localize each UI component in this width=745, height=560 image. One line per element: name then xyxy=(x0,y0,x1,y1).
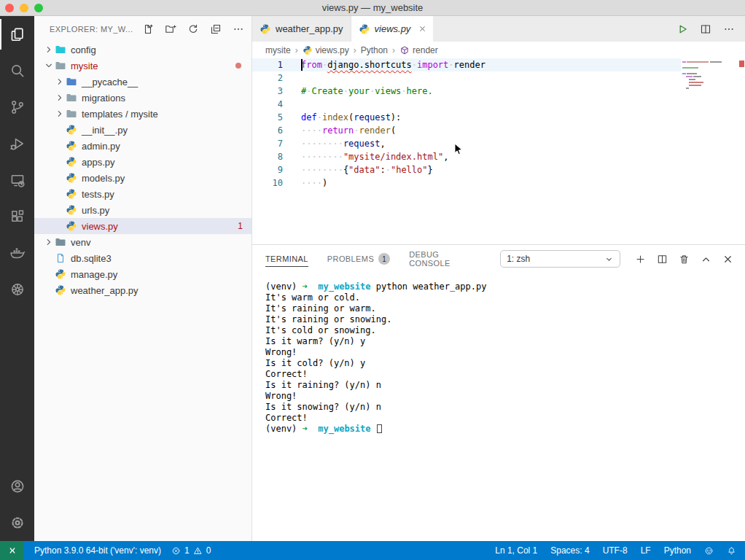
split-terminal-button[interactable] xyxy=(657,254,668,265)
kubernetes-icon[interactable] xyxy=(0,271,34,308)
tree-item-admin.py[interactable]: admin.py xyxy=(34,138,251,154)
maximize-panel-button[interactable] xyxy=(701,254,711,265)
code-line-4[interactable]: 4 xyxy=(252,98,745,111)
tree-item-weather_app.py[interactable]: weather_app.py xyxy=(34,282,251,298)
window-title: views.py — my_website xyxy=(322,2,424,13)
tree-item-label: tests.py xyxy=(82,189,114,200)
code-line-3[interactable]: 3#·Create·your·views·here. xyxy=(252,85,745,98)
tree-item-views.py[interactable]: views.py1 xyxy=(34,218,251,234)
close-panel-button[interactable] xyxy=(722,254,733,265)
code-line-10[interactable]: 10····) xyxy=(252,176,745,190)
run-python-file-button[interactable] xyxy=(676,23,688,35)
tree-item-apps.py[interactable]: apps.py xyxy=(34,154,251,170)
run-debug-icon[interactable] xyxy=(0,125,34,162)
status-item-notifications[interactable] xyxy=(727,546,736,556)
tree-item-__pycache__[interactable]: __pycache__ xyxy=(34,74,251,90)
tree-item-db.sqlite3[interactable]: db.sqlite3 xyxy=(34,250,251,266)
source-control-icon[interactable] xyxy=(0,89,34,125)
chevron-right-icon xyxy=(54,77,66,87)
code-line-8[interactable]: 8········"mysite/index.html", xyxy=(252,150,745,163)
line-number: 4 xyxy=(252,98,301,111)
account-icon[interactable] xyxy=(0,468,34,505)
code-line-7[interactable]: 7········request, xyxy=(252,137,745,150)
terminal-line: Wrong! xyxy=(265,347,745,358)
sidebar-header: EXPLORER: MY_W... xyxy=(34,16,251,42)
new-folder-button[interactable] xyxy=(165,23,176,35)
status-item-encoding[interactable]: UTF-8 xyxy=(603,545,628,556)
status-item-indentation[interactable]: Spaces: 4 xyxy=(550,545,589,556)
tab-label: weather_app.py xyxy=(276,23,343,34)
tree-item-config[interactable]: config xyxy=(34,42,251,58)
code-line-2[interactable]: 2 xyxy=(252,71,745,85)
terminal-shell-select[interactable]: 1: zsh xyxy=(500,250,620,268)
close-window-button[interactable] xyxy=(5,4,14,12)
folder-icon xyxy=(66,108,77,120)
tree-item-venv[interactable]: venv xyxy=(34,234,251,250)
breadcrumb-views.py[interactable]: views.py xyxy=(303,45,349,55)
refresh-button[interactable] xyxy=(187,23,199,35)
tree-item-tests.py[interactable]: tests.py xyxy=(34,186,251,202)
kill-terminal-button[interactable] xyxy=(679,254,690,265)
tree-item-label: manage.py xyxy=(71,269,117,280)
collapse-all-button[interactable] xyxy=(210,23,222,35)
feedback-icon xyxy=(704,546,714,556)
status-bar-right: Ln 1, Col 1Spaces: 4UTF-8LFPython xyxy=(495,545,745,556)
more-button[interactable] xyxy=(233,23,244,35)
tree-item-templates-mysite[interactable]: templates / mysite xyxy=(34,106,251,122)
code-line-1[interactable]: 1from·django.shortcuts·import·render xyxy=(252,58,745,71)
extensions-icon[interactable] xyxy=(0,198,34,235)
text-cursor xyxy=(301,59,303,71)
breadcrumb-mysite[interactable]: mysite xyxy=(265,45,291,55)
new-file-button[interactable] xyxy=(142,23,154,35)
new-terminal-button[interactable] xyxy=(635,254,646,265)
tree-item-mysite[interactable]: mysite xyxy=(34,58,251,74)
search-icon[interactable] xyxy=(0,52,34,89)
zoom-window-button[interactable] xyxy=(34,4,43,12)
tree-item-migrations[interactable]: migrations xyxy=(34,90,251,106)
minimap[interactable] xyxy=(682,60,736,104)
code-line-5[interactable]: 5def·index(request): xyxy=(252,111,745,124)
symbol-method-icon xyxy=(399,45,410,55)
tab-weather_app.py[interactable]: weather_app.py xyxy=(252,16,351,42)
explorer-icon[interactable] xyxy=(0,16,34,52)
tree-item-label: __init__.py xyxy=(82,125,128,136)
chevron-right-icon xyxy=(43,237,55,247)
problems-summary[interactable]: 10 xyxy=(171,545,211,556)
problems-count-badge: 1 xyxy=(238,221,243,231)
folder-icon xyxy=(66,92,77,104)
tree-item-models.py[interactable]: models.py xyxy=(34,170,251,186)
terminal-line: (venv) ➜ my_website xyxy=(265,424,745,435)
breadcrumb-render[interactable]: render xyxy=(399,45,438,55)
close-tab-icon[interactable] xyxy=(419,26,426,32)
python-file-icon xyxy=(66,188,77,200)
settings-icon[interactable] xyxy=(0,505,34,541)
tree-item-manage.py[interactable]: manage.py xyxy=(34,266,251,282)
remote-explorer-icon[interactable] xyxy=(0,162,34,198)
panel-tab-terminal[interactable]: TERMINAL xyxy=(265,246,308,272)
breadcrumb-python[interactable]: Python xyxy=(361,45,388,55)
panel-tab-problems[interactable]: PROBLEMS1 xyxy=(327,244,390,273)
status-item-cursor-position[interactable]: Ln 1, Col 1 xyxy=(495,545,537,556)
minimize-window-button[interactable] xyxy=(20,4,28,12)
terminal-line: Correct! xyxy=(265,413,745,424)
code-editor[interactable]: 1from·django.shortcuts·import·render23#·… xyxy=(252,58,745,244)
docker-icon[interactable] xyxy=(0,235,34,271)
overview-ruler-error-mark xyxy=(739,61,744,67)
panel-tab-debug-console[interactable]: DEBUG CONSOLE xyxy=(409,241,481,276)
breadcrumb-separator: › xyxy=(354,45,356,55)
terminal-output[interactable]: (venv) ➜ my_website python weather_app.p… xyxy=(252,273,745,541)
remote-indicator[interactable] xyxy=(0,541,24,560)
code-line-6[interactable]: 6····return·render( xyxy=(252,124,745,137)
tab-views.py[interactable]: views.py xyxy=(351,16,434,42)
status-item-python-interpreter[interactable]: Python 3.9.0 64-bit ('venv': venv) xyxy=(34,545,161,556)
status-item-language-mode[interactable]: Python xyxy=(664,545,691,556)
status-item-eol[interactable]: LF xyxy=(641,545,651,556)
tree-item-urls.py[interactable]: urls.py xyxy=(34,202,251,218)
more-actions-button[interactable] xyxy=(723,23,735,35)
status-item-feedback[interactable] xyxy=(704,546,714,556)
split-editor-button[interactable] xyxy=(700,23,711,35)
bell-icon xyxy=(727,546,736,556)
tree-item-__init__.py[interactable]: __init__.py xyxy=(34,122,251,138)
code-line-9[interactable]: 9········{"data":·"hello"} xyxy=(252,163,745,176)
explorer-sidebar: EXPLORER: MY_W... configmysite__pycache_… xyxy=(34,16,252,541)
